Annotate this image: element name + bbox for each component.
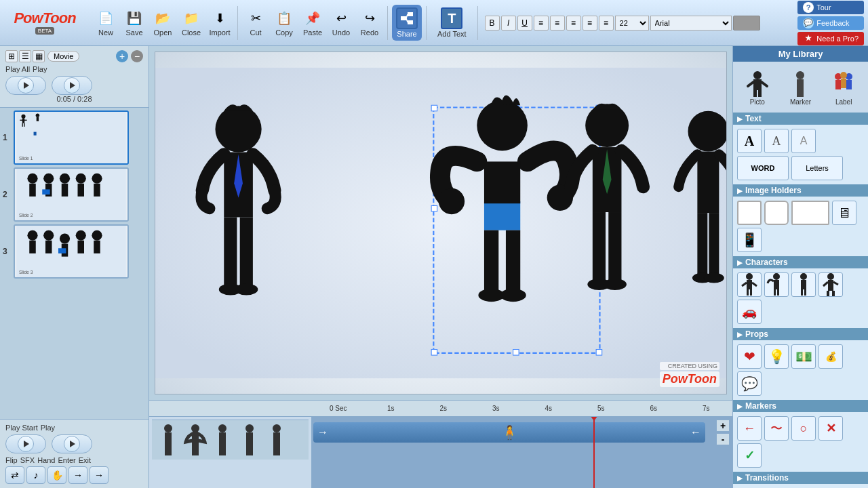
undo-button[interactable]: ↩ Undo [328, 7, 355, 38]
italic-button[interactable]: I [501, 16, 516, 30]
font-family-select[interactable]: ArialTimes New RomanVerdana [650, 16, 732, 30]
section-markers-header[interactable]: ▶ Markers [733, 400, 868, 412]
play-inner[interactable] [64, 77, 80, 94]
holder-monitor[interactable]: 🖥 [832, 201, 856, 225]
play-all-inner[interactable] [18, 77, 34, 94]
prop-bag[interactable]: 💰 [818, 344, 843, 369]
copy-button[interactable]: 📋 Copy [271, 7, 298, 38]
share-button[interactable]: Share [392, 5, 422, 41]
text-item-a3[interactable]: A [791, 129, 816, 153]
flip-btn[interactable]: ⇄ [5, 466, 24, 484]
marker-curve[interactable]: 〜 [764, 416, 789, 441]
tab-label[interactable]: Label [826, 66, 861, 108]
grid-view-btn[interactable]: ⊞ [5, 50, 18, 62]
underline-button[interactable]: U [517, 16, 532, 30]
marker-check[interactable]: ✓ [737, 443, 762, 468]
section-transitions-header[interactable]: ▶ Transitions [733, 472, 868, 484]
sfx-btn[interactable]: ♪ [26, 466, 45, 484]
enter-btn[interactable]: → [68, 466, 87, 484]
section-characters-header[interactable]: ▶ Characters [733, 256, 868, 268]
timeline-figure-2[interactable] [183, 423, 208, 457]
import-button[interactable]: ⬇ Import [206, 7, 233, 38]
align-center-button[interactable]: ≡ [550, 16, 565, 30]
zoom-in-button[interactable]: + [716, 420, 730, 432]
zoom-out-button[interactable]: - [716, 433, 730, 445]
add-text-button[interactable]: T Add Text [433, 6, 471, 39]
char-3[interactable] [791, 272, 816, 297]
section-text-header[interactable]: ▶ Text [733, 113, 868, 125]
timeline-bar[interactable]: → 🧍 ← [313, 422, 705, 443]
timeline-arrow-left[interactable]: → [317, 426, 328, 439]
holder-wide[interactable] [791, 201, 829, 225]
slide-item-1[interactable]: 1 [3, 110, 146, 165]
holder-tablet[interactable]: 📱 [737, 228, 762, 252]
text-color-swatch[interactable] [733, 16, 760, 30]
text-item-word[interactable]: WORD [737, 156, 789, 180]
play-btn2[interactable] [52, 434, 92, 453]
char-5[interactable]: 🚗 [737, 300, 762, 324]
timeline-figure-3[interactable] [210, 423, 235, 457]
cut-button[interactable]: ✂ Cut [242, 7, 269, 38]
align-left-button[interactable]: ≡ [534, 16, 549, 30]
play-btn[interactable] [52, 76, 92, 95]
marker-circle[interactable]: ○ [791, 416, 816, 441]
close-button[interactable]: 📁 Close [178, 7, 205, 38]
text-item-letter[interactable]: Letters [791, 156, 843, 180]
slide-item-3[interactable]: 3 Slide 3 [3, 224, 146, 279]
movie-type-button[interactable]: Movie [47, 51, 79, 62]
font-size-select[interactable]: 22182436 [615, 16, 649, 30]
align-bottom-button[interactable]: ≡ [599, 16, 614, 30]
char-4[interactable] [818, 272, 843, 297]
play-start-inner[interactable] [18, 436, 34, 452]
slide-thumb-2[interactable]: Slide 2 [14, 167, 129, 222]
timeline-figure-1[interactable] [156, 423, 180, 457]
play-all-btn[interactable] [5, 76, 46, 95]
save-button[interactable]: 💾 Save [121, 7, 148, 38]
feedback-button[interactable]: 💬 Feedback [797, 16, 864, 30]
prop-bulb[interactable]: 💡 [764, 344, 789, 369]
open-button[interactable]: 📂 Open [149, 7, 176, 38]
tour-button[interactable]: ? Tour [797, 1, 864, 14]
timeline-figure-4[interactable] [237, 423, 262, 457]
play-start-btn[interactable] [5, 434, 46, 453]
slide-item-2[interactable]: 2 Slide 2 [3, 167, 146, 222]
tab-picto[interactable]: Picto [740, 66, 775, 108]
add-slide-button[interactable]: + [116, 50, 128, 62]
prop-speech[interactable]: 💬 [737, 371, 762, 396]
text-item-a2[interactable]: A [764, 129, 789, 153]
svg-rect-14 [37, 117, 39, 121]
holder-rounded[interactable] [764, 201, 789, 225]
filmstrip-btn[interactable]: ▦ [33, 50, 45, 62]
play-inner2[interactable] [64, 436, 80, 452]
exit-btn[interactable]: → [90, 466, 108, 484]
align-justify-button[interactable]: ≡ [583, 16, 597, 30]
timeline-arrow-right[interactable]: ← [690, 426, 701, 439]
prop-heart[interactable]: ❤ [737, 344, 762, 369]
slide-thumb-3[interactable]: Slide 3 [14, 224, 129, 279]
need-pro-button[interactable]: ★ Need a Pro? [797, 32, 864, 45]
hand-btn[interactable]: ✋ [47, 466, 66, 484]
holder-square[interactable] [737, 201, 762, 225]
marker-arrow[interactable]: ← [737, 416, 762, 441]
align-right-button[interactable]: ≡ [566, 16, 581, 30]
text-item-a1[interactable]: A [737, 129, 762, 153]
paste-button[interactable]: 📌 Paste [299, 7, 326, 38]
char-1[interactable] [737, 272, 762, 297]
slide-thumb-1[interactable]: Slide 1 [14, 110, 129, 165]
redo-button[interactable]: ↪ Redo [356, 7, 383, 38]
marker-x[interactable]: ✕ [818, 416, 843, 441]
canvas-background[interactable]: ⊕ [155, 52, 727, 394]
section-imageholders-header[interactable]: ▶ Image Holders [733, 184, 868, 197]
section-props-header[interactable]: ▶ Props [733, 328, 868, 340]
bold-button[interactable]: B [485, 16, 500, 30]
list-view-btn[interactable]: ☰ [19, 50, 31, 62]
new-button[interactable]: 📄 New [92, 7, 119, 38]
char-2[interactable] [764, 272, 789, 297]
tab-marker[interactable]: Marker [783, 66, 818, 108]
prop-money[interactable]: 💵 [791, 344, 816, 369]
playhead[interactable] [593, 417, 595, 488]
remove-slide-button[interactable]: − [131, 50, 143, 62]
timeline-figure-5[interactable] [264, 423, 289, 457]
svg-point-99 [245, 424, 254, 432]
timeline-track-area[interactable]: → 🧍 ← + - [312, 417, 732, 488]
